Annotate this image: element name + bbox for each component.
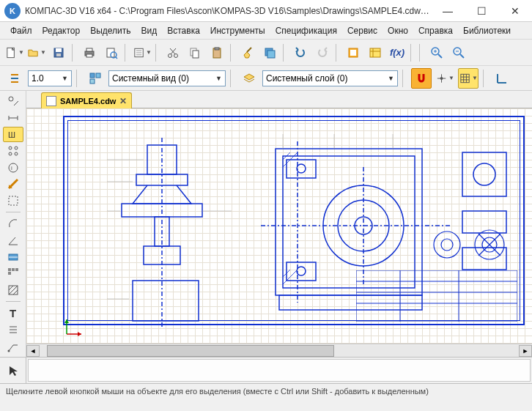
svg-rect-46 (461, 74, 469, 82)
minimize-button[interactable]: — (431, 0, 465, 22)
svg-rect-24 (267, 51, 275, 58)
geometry-tool[interactable] (3, 94, 23, 109)
svg-marker-128 (78, 332, 81, 336)
copy-button[interactable] (185, 42, 205, 63)
svg-point-111 (473, 163, 495, 185)
layer-label: Системный слой (0) (266, 73, 347, 84)
angle-tool[interactable] (3, 233, 23, 248)
scroll-right-button[interactable]: ► (519, 345, 532, 357)
menu-tools[interactable]: Инструменты (206, 24, 270, 37)
menu-insert[interactable]: Вставка (163, 24, 204, 37)
dimensions-tool[interactable] (3, 111, 23, 126)
status-text: Щелкните левой кнопкой мыши на объекте д… (6, 387, 429, 396)
arc-tool[interactable] (3, 216, 23, 232)
layer-manager-button[interactable] (239, 68, 259, 89)
print-button[interactable] (79, 42, 100, 63)
view-combo[interactable]: Системный вид (0) ▼ (108, 70, 226, 86)
svg-marker-129 (64, 319, 69, 323)
property-content[interactable] (28, 359, 531, 382)
maximize-button[interactable]: ☐ (465, 0, 498, 22)
doc-tab[interactable]: SAMPLE4.cdw ✕ (41, 92, 132, 108)
pattern-tool[interactable] (3, 266, 23, 281)
ortho-button[interactable] (492, 68, 512, 89)
svg-rect-69 (8, 272, 11, 275)
document-area: SAMPLE4.cdw ✕ (26, 91, 532, 357)
save-button[interactable] (48, 42, 69, 63)
print-preview-button[interactable] (101, 42, 122, 63)
view-toolbar: 1.0 ▼ Системный вид (0) ▼ Системный слой… (0, 66, 532, 91)
dropdown-icon: ▼ (215, 75, 222, 82)
list-tool[interactable] (3, 322, 23, 338)
panel-pointer-tool[interactable] (3, 360, 23, 381)
svg-point-96 (297, 164, 306, 173)
menu-spec[interactable]: Спецификация (271, 24, 341, 37)
undo-button[interactable] (290, 42, 311, 63)
svg-line-16 (171, 48, 176, 54)
leader-tool[interactable] (3, 338, 23, 354)
table-tool[interactable] (3, 249, 23, 264)
fx-button[interactable]: f(x) (387, 42, 407, 63)
svg-line-105 (283, 270, 298, 284)
state-button[interactable] (4, 68, 25, 89)
property-panel (0, 357, 532, 383)
menu-window[interactable]: Окно (383, 24, 413, 37)
svg-text:Ш: Ш (8, 130, 15, 139)
svg-point-57 (9, 147, 12, 149)
grid-button[interactable]: ▼ (458, 68, 479, 89)
menu-select[interactable]: Выделить (86, 24, 135, 37)
svg-rect-5 (86, 48, 92, 51)
tab-close-button[interactable]: ✕ (119, 96, 127, 106)
main-area: Ш i T SAMPLE4.cdw ✕ (0, 91, 532, 357)
main-toolbar: ▼ ▼ ▼ f(x) (0, 40, 532, 66)
menu-libraries[interactable]: Библиотеки (459, 24, 515, 37)
svg-text:i: i (11, 165, 12, 171)
zoom-value: 1.0 (32, 73, 44, 84)
parameters-tool[interactable]: i (3, 160, 23, 176)
menu-view[interactable]: Вид (137, 24, 162, 37)
open-button[interactable]: ▼ (26, 42, 47, 63)
svg-rect-97 (287, 262, 316, 281)
svg-rect-2 (56, 48, 62, 52)
new-doc-button[interactable]: ▼ (4, 42, 25, 63)
annotations-tool[interactable]: Ш (3, 127, 23, 142)
drawing-canvas[interactable] (26, 108, 532, 344)
dropdown-icon: ▼ (388, 75, 394, 82)
layers-button[interactable] (259, 42, 280, 63)
text-tool[interactable]: T (3, 306, 23, 321)
edit-tool[interactable] (3, 144, 23, 159)
measure-tool[interactable] (3, 177, 23, 192)
view-label: Системный вид (0) (112, 73, 189, 84)
zoom-in-button[interactable] (426, 42, 447, 63)
svg-rect-41 (96, 73, 100, 78)
zoom-out-button[interactable] (448, 42, 469, 63)
variables-button[interactable] (365, 42, 385, 63)
menu-service[interactable]: Сервис (343, 24, 382, 37)
format-painter-button[interactable] (237, 42, 258, 63)
svg-point-15 (174, 53, 178, 57)
svg-rect-40 (90, 73, 95, 78)
scroll-thumb[interactable] (47, 345, 334, 357)
snap-settings-button[interactable]: ▼ (435, 68, 455, 89)
window-title: КОМПАС-3D V16 x64 - C:\Program Files\Asc… (25, 6, 431, 16)
snap-button[interactable] (411, 68, 432, 89)
menu-help[interactable]: Справка (414, 24, 457, 37)
zoom-combo[interactable]: 1.0 ▼ (28, 70, 72, 86)
svg-line-54 (14, 101, 18, 105)
scroll-left-button[interactable]: ◄ (26, 345, 40, 357)
layer-combo[interactable]: Системный слой (0) ▼ (262, 70, 398, 86)
menu-file[interactable]: Файл (6, 24, 37, 37)
cut-button[interactable] (163, 42, 183, 63)
hatch-tool[interactable] (3, 283, 23, 298)
svg-rect-67 (12, 268, 15, 271)
paste-button[interactable] (207, 42, 227, 63)
menu-editor[interactable]: Редактор (38, 24, 85, 37)
selection-tool[interactable] (3, 193, 23, 209)
library-button[interactable] (343, 42, 363, 63)
redo-button[interactable] (312, 42, 333, 63)
properties-button[interactable]: ▼ (132, 42, 152, 63)
horizontal-scrollbar[interactable]: ◄ ► (26, 344, 532, 357)
titlebar: K КОМПАС-3D V16 x64 - C:\Program Files\A… (0, 0, 532, 22)
close-button[interactable]: ✕ (498, 0, 532, 22)
views-manager-button[interactable] (85, 68, 106, 89)
doc-icon (46, 96, 56, 106)
